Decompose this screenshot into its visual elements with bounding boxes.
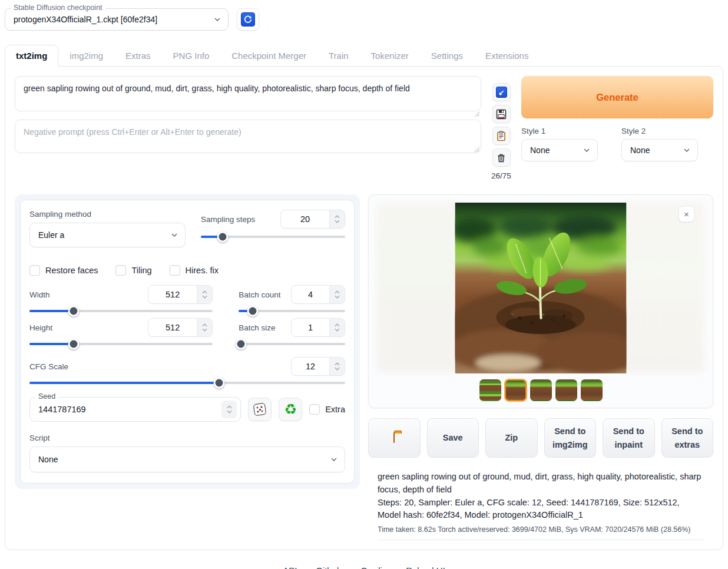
style2-label: Style 2: [621, 127, 698, 135]
clipboard-icon: [496, 131, 507, 141]
checkpoint-selector[interactable]: Stable Diffusion checkpoint protogenX34O…: [5, 8, 229, 31]
tab-extensions[interactable]: Extensions: [474, 45, 540, 67]
thumbnail-strip: [369, 379, 713, 401]
dot-separator: •: [395, 567, 398, 569]
tab-png-info[interactable]: PNG Info: [162, 45, 221, 67]
generation-info-performance: Time taken: 8.62s Torch active/reserved:…: [378, 525, 704, 540]
tab-train[interactable]: Train: [317, 45, 360, 67]
send-to-img2img-button[interactable]: Send to img2img: [544, 418, 597, 458]
stepper-icon[interactable]: [329, 358, 345, 375]
footer-link-github[interactable]: Github: [316, 565, 342, 569]
apply-style-button[interactable]: [492, 127, 511, 145]
generated-image[interactable]: [455, 203, 627, 373]
send-to-inpaint-button[interactable]: Send to inpaint: [603, 418, 655, 458]
tab-extras[interactable]: Extras: [114, 45, 162, 67]
hires-fix-checkbox[interactable]: Hires. fix: [170, 265, 219, 276]
batch-count-slider[interactable]: [239, 310, 345, 312]
chevron-down-icon: [171, 231, 178, 239]
random-seed-button[interactable]: [248, 398, 272, 421]
footer-link-gradio[interactable]: Gradio: [360, 565, 387, 569]
save-button[interactable]: Save: [427, 418, 479, 458]
height-label: Height: [29, 323, 52, 332]
recycle-icon: ♻: [284, 402, 297, 416]
batch-size-slider[interactable]: [239, 343, 345, 345]
tab-img2img[interactable]: img2img: [58, 45, 114, 67]
output-panel: × Save Zip Send to img2img Send to inpai…: [368, 194, 713, 540]
seed-label: Seed: [35, 392, 58, 401]
style1-select[interactable]: None: [521, 139, 598, 161]
thumbnail[interactable]: [555, 379, 577, 401]
tab-txt2img[interactable]: txt2img: [5, 45, 58, 67]
close-icon: ×: [684, 209, 689, 219]
generation-settings-panel: Sampling method Euler a Sampling steps 2…: [15, 194, 360, 489]
arrow-paste-icon: ↙: [496, 87, 507, 98]
restore-faces-checkbox[interactable]: Restore faces: [29, 265, 98, 276]
generation-info-prompt: green sapling rowing out of ground, mud,…: [378, 471, 704, 497]
folder-icon: [393, 432, 395, 443]
script-label: Script: [29, 434, 345, 442]
batch-count-input[interactable]: 4: [291, 285, 345, 304]
stepper-icon[interactable]: [197, 286, 212, 303]
send-to-extras-button[interactable]: Send to extras: [661, 418, 714, 458]
gallery-prev-image[interactable]: [377, 203, 459, 372]
paste-generation-params-button[interactable]: ↙: [492, 83, 511, 101]
main-tabs: txt2img img2img Extras PNG Info Checkpoi…: [0, 45, 728, 66]
stepper-icon[interactable]: [197, 319, 212, 336]
gallery-next-image[interactable]: [622, 203, 704, 372]
close-gallery-button[interactable]: ×: [679, 206, 694, 222]
chevron-down-icon: [330, 456, 337, 463]
dice-icon: [253, 403, 267, 416]
batch-size-input[interactable]: 1: [291, 318, 345, 337]
script-select[interactable]: None: [29, 446, 345, 472]
tab-checkpoint-merger[interactable]: Checkpoint Merger: [220, 45, 317, 67]
thumbnail-grid[interactable]: [479, 379, 501, 401]
checkpoint-label: Stable Diffusion checkpoint: [11, 4, 105, 12]
height-slider[interactable]: [29, 343, 213, 345]
image-gallery: ×: [368, 194, 713, 408]
open-folder-button[interactable]: [368, 418, 421, 458]
stepper-icon[interactable]: [329, 210, 345, 228]
reuse-seed-button[interactable]: ♻: [279, 398, 302, 421]
seed-input[interactable]: 1441787169: [29, 397, 241, 422]
stepper-icon[interactable]: [329, 286, 345, 303]
refresh-checkpoint-button[interactable]: [237, 8, 259, 31]
style2-select[interactable]: None: [621, 139, 698, 161]
prompt-input[interactable]: green sapling rowing out of ground, mud,…: [15, 76, 481, 111]
tab-settings[interactable]: Settings: [420, 45, 474, 67]
save-style-button[interactable]: [492, 105, 511, 123]
style1-label: Style 1: [521, 127, 598, 135]
chevron-down-icon: [214, 16, 221, 23]
thumbnail-selected[interactable]: [505, 379, 527, 401]
thumbnail[interactable]: [530, 379, 552, 401]
zip-button[interactable]: Zip: [485, 418, 538, 458]
generation-info-params: Steps: 20, Sampler: Euler a, CFG scale: …: [378, 497, 704, 522]
tiling-checkbox[interactable]: Tiling: [115, 265, 151, 276]
footer-link-reload-ui[interactable]: Reload UI: [406, 565, 445, 569]
width-slider[interactable]: [29, 310, 213, 312]
cfg-scale-slider[interactable]: [29, 382, 345, 384]
dot-separator: •: [305, 567, 307, 569]
footer-link-api[interactable]: API: [283, 565, 297, 569]
sampling-steps-slider[interactable]: [201, 236, 345, 238]
cfg-scale-input[interactable]: 12: [291, 357, 345, 376]
dot-separator: •: [350, 567, 352, 569]
stepper-icon[interactable]: [329, 319, 345, 336]
extra-seed-checkbox[interactable]: Extra: [309, 404, 345, 415]
sampling-steps-label: Sampling steps: [201, 215, 255, 224]
negative-prompt-input[interactable]: [15, 120, 481, 153]
chevron-down-icon: [583, 147, 590, 154]
checkpoint-value: protogenX34OfficialR_1.ckpt [60fe2f34]: [14, 15, 214, 24]
tab-tokenizer[interactable]: Tokenizer: [360, 45, 420, 67]
width-input[interactable]: 512: [148, 285, 213, 304]
page-footer: API• Github• Gradio• Reload UI python: 3…: [0, 565, 728, 569]
floppy-disk-icon: [496, 109, 507, 120]
generate-button[interactable]: Generate: [521, 76, 713, 118]
stepper-icon[interactable]: [221, 401, 237, 418]
height-input[interactable]: 512: [148, 318, 213, 337]
generation-info: green sapling rowing out of ground, mud,…: [368, 469, 713, 540]
clear-prompt-button[interactable]: [492, 148, 511, 167]
sampling-steps-input[interactable]: 20: [280, 210, 345, 229]
txt2img-panel: green sapling rowing out of ground, mud,…: [5, 66, 723, 550]
thumbnail[interactable]: [581, 379, 603, 401]
sampling-method-select[interactable]: Euler a: [29, 223, 186, 247]
